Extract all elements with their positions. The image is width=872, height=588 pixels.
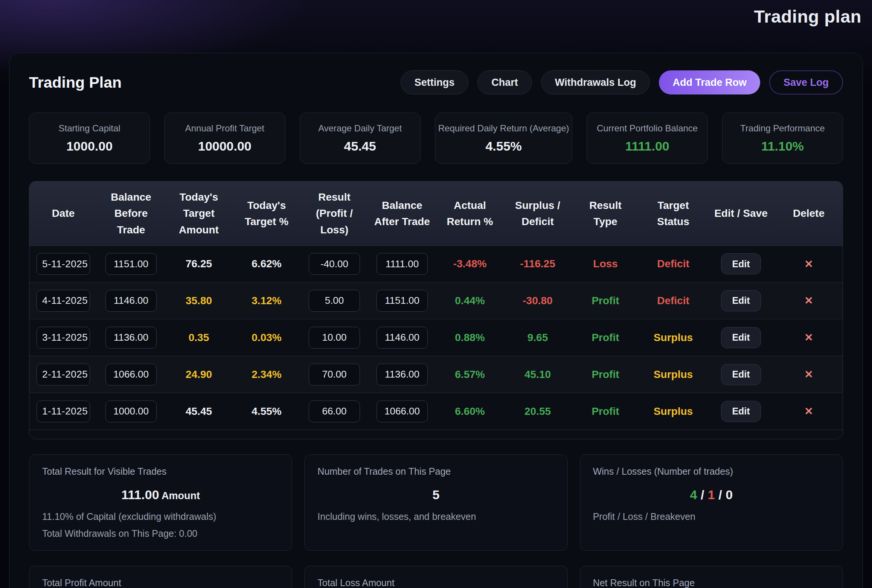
chart-button[interactable]: Chart xyxy=(477,70,532,94)
summary-card-bottom-1: Total Loss Amount40.00Sum of negative re… xyxy=(304,566,567,588)
actual-return-value: 6.60% xyxy=(455,405,485,417)
balance-before-input[interactable] xyxy=(105,401,157,422)
balance-after-input[interactable] xyxy=(377,253,428,275)
result-input[interactable] xyxy=(309,290,360,312)
column-header: Edit / Save xyxy=(707,205,775,221)
target-percent-value: 2.34% xyxy=(252,369,281,380)
withdrawals-log-button[interactable]: Withdrawals Log xyxy=(541,70,650,94)
target-amount-value: 0.35 xyxy=(189,332,209,343)
summary-label: Wins / Losses (Number of trades) xyxy=(593,466,830,477)
summary-label: Net Result on This Page xyxy=(593,577,830,588)
summary-value: 4 / 1 / 0 xyxy=(593,487,830,502)
column-header: Delete xyxy=(775,205,843,221)
stat-label: Current Portfolio Balance xyxy=(597,123,698,134)
result-input[interactable] xyxy=(309,327,360,349)
date-input[interactable] xyxy=(37,364,90,385)
date-input[interactable] xyxy=(37,290,90,312)
date-input[interactable] xyxy=(37,327,90,349)
delete-x-icon[interactable]: ✕ xyxy=(804,294,813,307)
edit-button[interactable]: Edit xyxy=(721,401,761,422)
column-header: Date xyxy=(29,205,97,221)
stat-label: Trading Performance xyxy=(740,123,825,134)
target-status-value: Surplus xyxy=(654,332,693,343)
actual-return-value: 0.44% xyxy=(455,295,485,306)
result-input[interactable] xyxy=(309,401,360,422)
summary-label: Number of Trades on This Page xyxy=(317,466,554,477)
result-type-value: Profit xyxy=(591,295,619,306)
delete-x-icon[interactable]: ✕ xyxy=(804,331,813,344)
balance-after-input[interactable] xyxy=(377,327,428,349)
summary-bottom-row: Total Profit Amount151.00Sum of positive… xyxy=(29,566,843,588)
actual-return-value: 6.57% xyxy=(455,369,485,380)
target-percent-value: 4.55% xyxy=(252,405,281,417)
stat-value: 1000.00 xyxy=(66,139,113,154)
stat-card-5: Trading Performance11.10% xyxy=(722,113,843,164)
summary-card-top-0: Total Result for Visible Trades111.00 Am… xyxy=(29,454,292,551)
table-row: 24.902.34%6.57%45.10ProfitSurplusEdit✕ xyxy=(29,356,843,393)
result-input[interactable] xyxy=(309,364,360,385)
balance-after-input[interactable] xyxy=(377,401,428,422)
result-type-value: Profit xyxy=(591,405,619,417)
table-row: 35.803.12%0.44%-30.80ProfitDeficitEdit✕ xyxy=(29,282,843,319)
edit-button[interactable]: Edit xyxy=(721,290,761,311)
target-percent-value: 3.12% xyxy=(252,295,281,306)
settings-button[interactable]: Settings xyxy=(401,70,469,94)
delete-x-icon[interactable]: ✕ xyxy=(804,405,813,417)
target-status-value: Deficit xyxy=(657,258,689,270)
balance-after-input[interactable] xyxy=(377,290,428,312)
result-type-value: Profit xyxy=(591,369,619,380)
summary-subtext: 11.10% of Capital (excluding withdrawals… xyxy=(42,511,279,522)
summary-card-bottom-2: Net Result on This Page111.00Shown in gr… xyxy=(580,566,843,588)
stat-value: 1111.00 xyxy=(625,139,669,154)
edit-button[interactable]: Edit xyxy=(721,327,761,348)
date-input[interactable] xyxy=(37,253,90,275)
target-amount-value: 24.90 xyxy=(186,369,212,380)
stat-card-2: Average Daily Target45.45 xyxy=(300,113,421,164)
summary-subtext: Profit / Loss / Breakeven xyxy=(593,511,830,522)
stat-label: Starting Capital xyxy=(59,123,120,134)
delete-x-icon[interactable]: ✕ xyxy=(804,258,813,270)
balance-before-input[interactable] xyxy=(105,253,157,275)
stat-value: 10000.00 xyxy=(198,139,252,154)
summary-card-top-1: Number of Trades on This Page5Including … xyxy=(304,454,567,551)
stats-row: Starting Capital1000.00Annual Profit Tar… xyxy=(29,113,843,164)
save-log-button[interactable]: Save Log xyxy=(769,70,843,94)
summary-label: Total Profit Amount xyxy=(42,577,279,588)
delete-x-icon[interactable]: ✕ xyxy=(804,368,813,381)
trades-table: DateBalance Before TradeToday's Target A… xyxy=(29,181,843,439)
balance-before-input[interactable] xyxy=(105,327,157,349)
edit-button[interactable]: Edit xyxy=(721,364,761,385)
table-row: 45.454.55%6.60%20.55ProfitSurplusEdit✕ xyxy=(29,393,843,430)
target-amount-value: 76.25 xyxy=(186,258,212,270)
table-row: 0.350.03%0.88%9.65ProfitSurplusEdit✕ xyxy=(29,319,843,356)
panel-title: Trading Plan xyxy=(29,74,122,91)
stat-value: 11.10% xyxy=(761,139,804,154)
result-input[interactable] xyxy=(309,253,360,275)
balance-before-input[interactable] xyxy=(105,364,157,385)
stat-card-0: Starting Capital1000.00 xyxy=(29,113,150,164)
column-header: Surplus / Deficit xyxy=(504,197,572,230)
surplus-deficit-value: -30.80 xyxy=(523,295,552,306)
summary-subtext: Including wins, losses, and breakeven xyxy=(317,511,554,522)
column-header: Target Status xyxy=(639,197,707,230)
result-type-value: Profit xyxy=(591,332,619,343)
stat-label: Annual Profit Target xyxy=(185,123,264,134)
balance-before-input[interactable] xyxy=(105,290,157,312)
actual-return-value: -3.48% xyxy=(453,258,487,270)
add-trade-row-button[interactable]: Add Trade Row xyxy=(659,70,760,94)
column-header: Today's Target % xyxy=(233,197,300,230)
stat-card-3: Required Daily Return (Average)4.55% xyxy=(435,113,573,164)
balance-after-input[interactable] xyxy=(377,364,428,385)
summary-value: 111.00 Amount xyxy=(42,487,279,502)
summary-value-part: Amount xyxy=(159,490,200,501)
summary-value-part: / xyxy=(697,487,708,502)
edit-button[interactable]: Edit xyxy=(721,253,761,274)
date-input[interactable] xyxy=(37,401,90,422)
page: Trading plan Trading Plan SettingsChartW… xyxy=(0,0,872,588)
column-header: Today's Target Amount xyxy=(165,189,233,238)
actual-return-value: 0.88% xyxy=(455,332,485,343)
summary-value-part: 0 xyxy=(726,487,733,502)
column-header: Balance Before Trade xyxy=(97,189,165,238)
summary-value-part: 1 xyxy=(708,487,715,502)
result-type-value: Loss xyxy=(593,258,617,270)
